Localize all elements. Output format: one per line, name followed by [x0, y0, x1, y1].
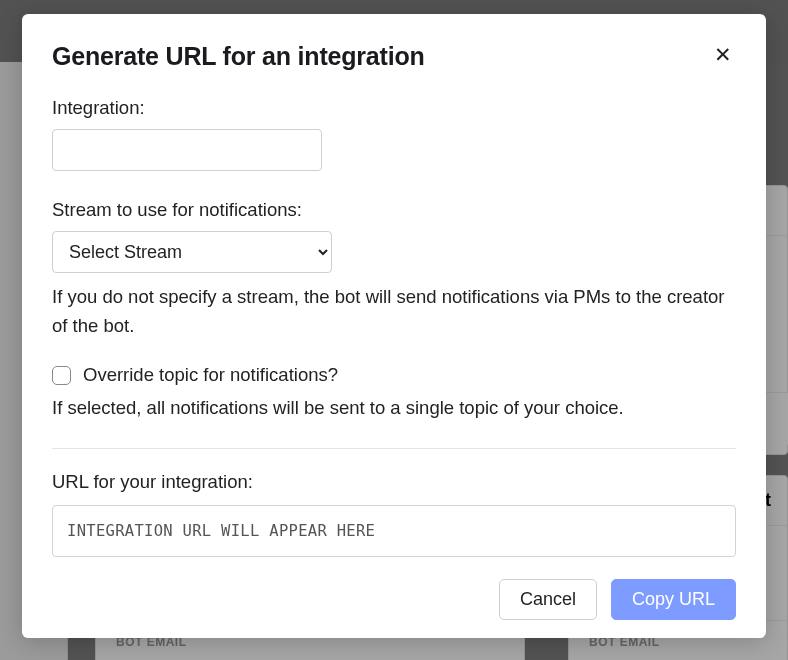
integration-input[interactable]: [52, 129, 322, 171]
modal-actions: Cancel Copy URL: [52, 579, 736, 620]
cancel-button[interactable]: Cancel: [499, 579, 597, 620]
stream-select[interactable]: Select Stream: [52, 231, 332, 273]
integration-url-label: URL for your integration:: [52, 471, 736, 493]
copy-url-button[interactable]: Copy URL: [611, 579, 736, 620]
override-topic-row: Override topic for notifications?: [52, 364, 736, 386]
integration-url-section: URL for your integration: INTEGRATION UR…: [52, 471, 736, 557]
integration-label: Integration:: [52, 97, 736, 119]
override-topic-label: Override topic for notifications?: [83, 364, 338, 386]
integration-field: Integration:: [52, 97, 736, 171]
stream-field: Stream to use for notifications: Select …: [52, 199, 736, 340]
override-topic-help-text: If selected, all notifications will be s…: [52, 394, 736, 422]
close-icon[interactable]: ✕: [710, 42, 736, 67]
override-topic-checkbox[interactable]: [52, 366, 71, 385]
stream-label: Stream to use for notifications:: [52, 199, 736, 221]
modal-header: Generate URL for an integration ✕: [52, 42, 736, 71]
integration-url-output: INTEGRATION URL WILL APPEAR HERE: [52, 505, 736, 557]
modal-title: Generate URL for an integration: [52, 42, 425, 71]
stream-help-text: If you do not specify a stream, the bot …: [52, 283, 736, 340]
generate-integration-url-modal: Generate URL for an integration ✕ Integr…: [22, 14, 766, 638]
divider: [52, 448, 736, 449]
